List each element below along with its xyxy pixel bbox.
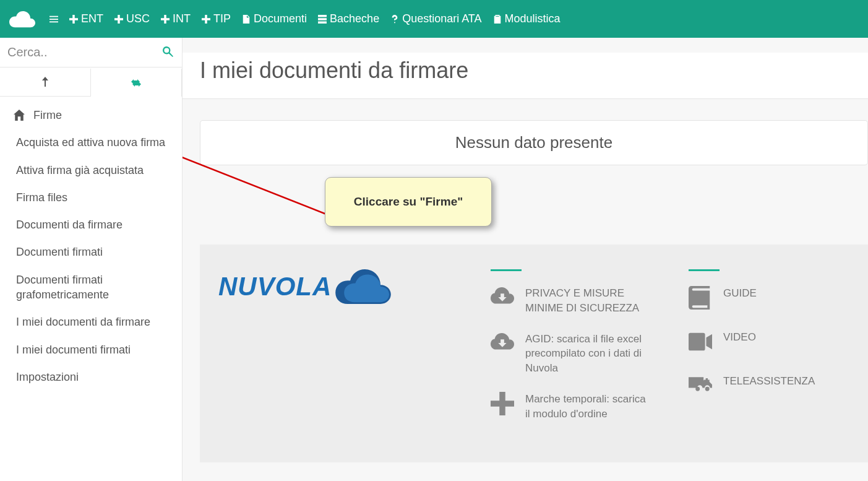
nav-label: TIP [213,12,231,25]
nav-tip[interactable]: TIP [197,9,236,29]
nav-label: Questionari ATA [402,12,481,25]
annotation-callout: Cliccare su "Firme" [325,177,492,227]
plus-icon [69,15,78,24]
sidebar-item-firma-files[interactable]: Firma files [0,184,182,211]
footer-link-marche[interactable]: Marche temporali: scarica il modulo d'or… [491,392,651,422]
app-logo[interactable] [7,4,37,34]
nav-usc[interactable]: USC [110,9,155,29]
nav-documenti[interactable]: Documenti [237,9,312,29]
sidebar: Firme Acquista ed attiva nuova firma Att… [0,38,183,481]
nav-label: Modulistica [505,12,561,25]
search-wrap [0,38,182,67]
plus-icon [161,15,170,24]
question-icon [390,15,399,24]
menu-header-label: Firme [33,108,62,123]
sidebar-item-da-firmare[interactable]: Documenti da firmare [0,211,182,238]
sidebar-item-miei-da-firmare[interactable]: I miei documenti da firmare [0,308,182,336]
col-divider [689,269,720,271]
topbar: ENT USC INT TIP Documenti Bacheche Quest… [0,0,868,38]
cloud-download-icon [491,332,515,360]
search-input[interactable] [0,38,182,67]
footer-logo: NUVOLA [218,269,453,304]
nav-ent[interactable]: ENT [64,9,108,29]
sidebar-menu: Firme Acquista ed attiva nuova firma Att… [0,97,182,396]
nav-label: INT [173,12,191,25]
sidebar-item-attiva[interactable]: Attiva firma già acquistata [0,157,182,184]
nav-hamburger[interactable] [45,11,63,27]
footer: NUVOLA PRIVACY E MISURE MINIME DI SICURE… [200,245,868,462]
nav-modulistica[interactable]: Modulistica [488,9,565,29]
footer-link-privacy[interactable]: PRIVACY E MISURE MINIME DI SICUREZZA [491,286,651,316]
plus-icon [491,392,515,420]
truck-icon [689,374,713,402]
book-icon [689,286,713,314]
home-icon [14,110,25,121]
plus-icon [202,15,210,24]
top-nav: ENT USC INT TIP Documenti Bacheche Quest… [45,9,565,29]
footer-link-video[interactable]: VIDEO [689,330,849,358]
footer-col-brand: NUVOLA [218,269,453,438]
tab-refresh[interactable] [90,68,182,97]
arrow-up-icon [40,77,50,87]
sidebar-item-firme[interactable]: Firme [0,102,182,129]
sidebar-tabs [0,67,182,97]
empty-message: Nessun dato presente [213,133,855,152]
sidebar-item-firmati[interactable]: Documenti firmati [0,238,182,266]
footer-col-help: GUIDE VIDEO TELEASSISTENZA [689,269,849,438]
footer-col-downloads: PRIVACY E MISURE MINIME DI SICUREZZA AGI… [491,269,651,438]
footer-link-teleassistenza[interactable]: TELEASSISTENZA [689,374,849,402]
nav-bacheche[interactable]: Bacheche [313,9,384,29]
cloud-icon [335,269,391,304]
list-icon [318,15,327,24]
sidebar-item-grafometrici[interactable]: Documenti firmati grafometricamente [0,266,182,309]
clipboard-icon [493,15,502,24]
sidebar-item-acquista[interactable]: Acquista ed attiva nuova firma [0,129,182,156]
refresh-icon [131,78,141,88]
footer-link-guide[interactable]: GUIDE [689,286,849,314]
callout-text: Cliccare su "Firme" [354,195,463,208]
main-content: I miei documenti da firmare Nessun dato … [183,38,868,481]
plus-icon [114,15,123,24]
footer-link-agid[interactable]: AGID: scarica il file excel precompilato… [491,332,651,376]
nav-label: Documenti [254,12,307,25]
nav-int[interactable]: INT [156,9,196,29]
file-icon [242,15,251,24]
video-icon [689,330,713,358]
cloud-icon [9,9,35,30]
brand-text: NUVOLA [218,272,332,301]
nav-label: Bacheche [330,12,379,25]
sidebar-item-miei-firmati[interactable]: I miei documenti firmati [0,336,182,363]
nav-label: USC [126,12,150,25]
page-title: I miei documenti da firmare [183,53,868,99]
empty-panel: Nessun dato presente [200,120,868,165]
tab-up[interactable] [0,67,90,96]
bars-icon [49,15,58,24]
search-icon[interactable] [162,46,173,59]
col-divider [491,269,522,271]
nav-label: ENT [81,12,103,25]
sidebar-item-impostazioni[interactable]: Impostazioni [0,363,182,391]
cloud-download-icon [491,286,515,314]
nav-questionari[interactable]: Questionari ATA [385,9,486,29]
